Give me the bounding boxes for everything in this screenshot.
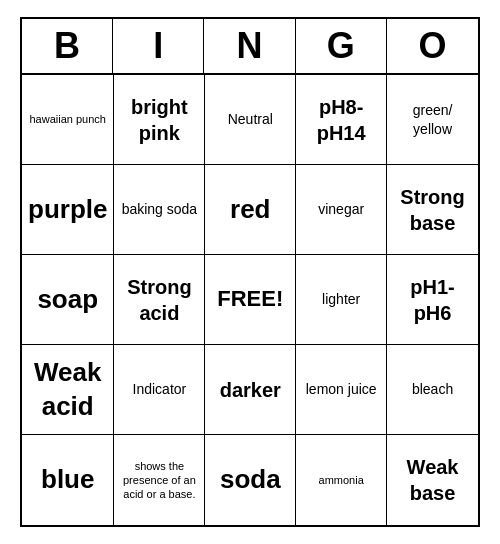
bingo-cell: red bbox=[205, 165, 296, 255]
bingo-cell: Strong base bbox=[387, 165, 478, 255]
bingo-cell: Indicator bbox=[114, 345, 205, 435]
header-letter: B bbox=[22, 19, 113, 73]
bingo-cell: pH8-pH14 bbox=[296, 75, 387, 165]
header-letter: G bbox=[296, 19, 387, 73]
bingo-cell: bright pink bbox=[114, 75, 205, 165]
bingo-cell: purple bbox=[22, 165, 114, 255]
bingo-cell: hawaiian punch bbox=[22, 75, 114, 165]
header-letter: O bbox=[387, 19, 478, 73]
bingo-cell: Weak acid bbox=[22, 345, 114, 435]
bingo-header: BINGO bbox=[22, 19, 478, 75]
bingo-cell: blue bbox=[22, 435, 114, 525]
bingo-cell: Weak base bbox=[387, 435, 478, 525]
bingo-cell: lighter bbox=[296, 255, 387, 345]
bingo-cell: Strong acid bbox=[114, 255, 205, 345]
bingo-cell: baking soda bbox=[114, 165, 205, 255]
header-letter: I bbox=[113, 19, 204, 73]
bingo-cell: green/ yellow bbox=[387, 75, 478, 165]
bingo-cell: soap bbox=[22, 255, 114, 345]
bingo-cell: bleach bbox=[387, 345, 478, 435]
bingo-card: BINGO hawaiian punchbright pinkNeutralpH… bbox=[20, 17, 480, 527]
bingo-cell: Neutral bbox=[205, 75, 296, 165]
bingo-cell: vinegar bbox=[296, 165, 387, 255]
bingo-cell: FREE! bbox=[205, 255, 296, 345]
bingo-cell: lemon juice bbox=[296, 345, 387, 435]
bingo-cell: shows the presence of an acid or a base. bbox=[114, 435, 205, 525]
bingo-cell: pH1-pH6 bbox=[387, 255, 478, 345]
bingo-grid: hawaiian punchbright pinkNeutralpH8-pH14… bbox=[22, 75, 478, 525]
header-letter: N bbox=[204, 19, 295, 73]
bingo-cell: ammonia bbox=[296, 435, 387, 525]
bingo-cell: darker bbox=[205, 345, 296, 435]
bingo-cell: soda bbox=[205, 435, 296, 525]
